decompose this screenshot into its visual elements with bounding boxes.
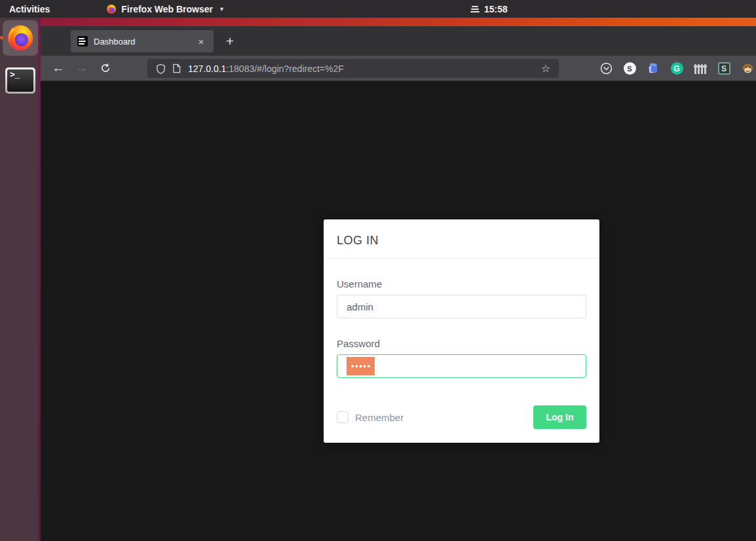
page-content: LOG IN Username Password ••••• Remember: [41, 81, 756, 541]
url-path: :18083/#/login?redirect=%2F: [226, 64, 343, 74]
desktop-wallpaper: [41, 18, 756, 26]
login-title: LOG IN: [337, 234, 586, 248]
password-label: Password: [337, 338, 586, 349]
reload-button[interactable]: [96, 59, 115, 77]
notes-extension-icon[interactable]: [647, 62, 660, 75]
tab-bar: Dashboard × +: [41, 26, 756, 56]
stylus-icon[interactable]: S: [717, 62, 730, 75]
bookmark-star-icon[interactable]: ☆: [538, 62, 554, 75]
terminal-icon: >_: [5, 67, 35, 94]
tampermonkey-icon[interactable]: [741, 62, 754, 75]
tab-dashboard[interactable]: Dashboard ×: [71, 30, 214, 52]
fence-extension-icon[interactable]: [694, 62, 707, 75]
app-menu-label: Firefox Web Browser: [121, 4, 213, 14]
page-info-icon[interactable]: [168, 61, 184, 77]
weekday-wed-icon: [470, 6, 480, 12]
login-footer: Remember Log In: [337, 405, 586, 429]
username-label: Username: [337, 278, 586, 289]
site-favicon: [77, 36, 88, 47]
url-text[interactable]: 127.0.0.1:18083/#/login?redirect=%2F: [188, 64, 538, 74]
navigation-toolbar: ← → 12: [41, 56, 756, 81]
ubuntu-top-panel: Activities: [0, 0, 756, 18]
shield-icon[interactable]: [153, 61, 168, 77]
firefox-icon: [6, 24, 35, 52]
running-indicator: [0, 36, 3, 39]
dock: >_: [0, 18, 41, 541]
tab-title: Dashboard: [94, 37, 194, 47]
back-button[interactable]: ←: [49, 59, 67, 77]
password-selected-text: •••••: [347, 357, 375, 375]
remember-label: Remember: [355, 412, 404, 423]
username-input[interactable]: [337, 295, 586, 318]
remember-checkbox[interactable]: [337, 411, 349, 423]
login-form: Username Password ••••• Remember Log In: [324, 278, 599, 429]
dock-item-terminal[interactable]: >_: [3, 58, 38, 94]
password-input[interactable]: •••••: [337, 354, 586, 378]
login-button[interactable]: Log In: [533, 405, 586, 429]
firefox-icon: [106, 4, 117, 14]
extension-icons: S G S: [599, 56, 754, 81]
clock[interactable]: 15:58: [470, 0, 508, 18]
url-bar[interactable]: 127.0.0.1:18083/#/login?redirect=%2F ☆: [147, 59, 559, 78]
chevron-down-icon: ▼: [219, 6, 225, 12]
login-card-header: LOG IN: [324, 219, 599, 259]
tab-close-icon[interactable]: ×: [194, 34, 208, 48]
firefox-window: Dashboard × + ← →: [41, 26, 756, 541]
extension-s-icon[interactable]: S: [623, 62, 636, 75]
pocket-icon[interactable]: [599, 62, 613, 75]
desktop: Activities: [0, 0, 756, 541]
app-menu[interactable]: Firefox Web Browser ▼: [100, 0, 231, 18]
login-card: LOG IN Username Password ••••• Remember: [324, 219, 599, 443]
url-host: 127.0.0.1: [188, 64, 226, 74]
dock-item-firefox[interactable]: [3, 20, 38, 56]
grammarly-icon[interactable]: G: [670, 62, 683, 75]
remember-option[interactable]: Remember: [337, 411, 404, 423]
forward-button: →: [73, 59, 91, 77]
new-tab-button[interactable]: +: [220, 31, 240, 51]
activities-button[interactable]: Activities: [0, 0, 59, 18]
clock-time: 15:58: [484, 4, 508, 14]
